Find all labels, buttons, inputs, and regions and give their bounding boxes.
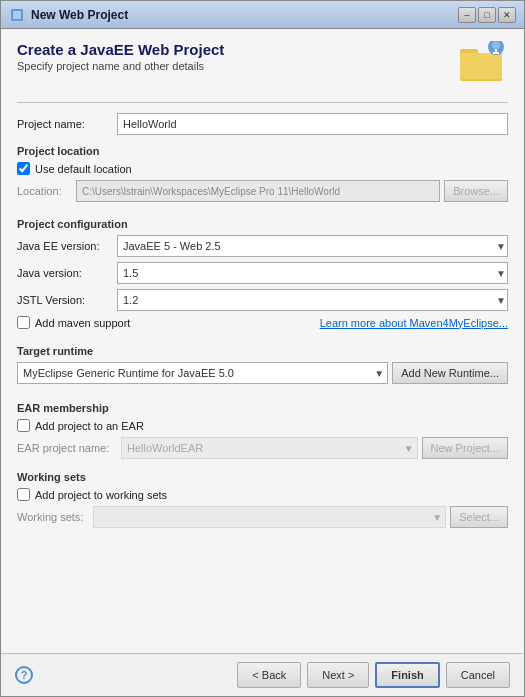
use-default-location-label[interactable]: Use default location	[35, 163, 132, 175]
maven-row: Add maven support Learn more about Maven…	[17, 316, 508, 329]
java-version-label: Java version:	[17, 267, 117, 279]
ear-name-row: EAR project name: HelloWorldEAR ▼ New Pr…	[17, 437, 508, 459]
config-grid: Java EE version: JavaEE 5 - Web 2.5 ▼ Ja…	[17, 235, 508, 311]
bottom-buttons: < Back Next > Finish Cancel	[237, 662, 510, 688]
use-default-location-checkbox[interactable]	[17, 162, 30, 175]
target-runtime-title: Target runtime	[17, 345, 508, 357]
browse-button[interactable]: Browse...	[444, 180, 508, 202]
dialog-title: Create a JavaEE Web Project	[17, 41, 224, 58]
location-label: Location:	[17, 185, 72, 197]
jstl-version-select[interactable]: 1.2	[117, 289, 508, 311]
project-name-input[interactable]	[117, 113, 508, 135]
project-location-title: Project location	[17, 145, 508, 157]
ear-project-label: EAR project name:	[17, 442, 117, 454]
project-location-section: Project location Use default location Lo…	[17, 141, 508, 206]
project-name-label: Project name:	[17, 118, 117, 130]
location-row: Location: Browse...	[17, 180, 508, 202]
maven-link[interactable]: Learn more about Maven4MyEclipse...	[320, 317, 508, 329]
svg-rect-1	[13, 11, 21, 19]
project-configuration-title: Project configuration	[17, 218, 508, 230]
header-section: Create a JavaEE Web Project Specify proj…	[17, 41, 508, 86]
java-version-select[interactable]: 1.5	[117, 262, 508, 284]
add-to-ear-checkbox[interactable]	[17, 419, 30, 432]
runtime-select[interactable]: MyEclipse Generic Runtime for JavaEE 5.0	[17, 362, 388, 384]
svg-point-6	[492, 41, 500, 49]
ear-membership-section: EAR membership Add project to an EAR EAR…	[17, 398, 508, 459]
select-working-sets-button[interactable]: Select...	[450, 506, 508, 528]
ear-project-select: HelloWorldEAR	[121, 437, 418, 459]
back-button[interactable]: < Back	[237, 662, 301, 688]
new-ear-project-button[interactable]: New Project...	[422, 437, 508, 459]
maximize-button[interactable]: □	[478, 7, 496, 23]
close-button[interactable]: ✕	[498, 7, 516, 23]
working-sets-label: Working sets:	[17, 511, 89, 523]
ear-membership-title: EAR membership	[17, 402, 508, 414]
dialog-subtitle: Specify project name and other details	[17, 60, 224, 72]
runtime-select-wrapper: MyEclipse Generic Runtime for JavaEE 5.0…	[17, 362, 388, 384]
add-to-ear-label[interactable]: Add project to an EAR	[35, 420, 144, 432]
title-bar: New Web Project – □ ✕	[1, 1, 524, 29]
window-controls: – □ ✕	[458, 7, 516, 23]
java-ee-select[interactable]: JavaEE 5 - Web 2.5	[117, 235, 508, 257]
cancel-button[interactable]: Cancel	[446, 662, 510, 688]
bottom-bar: ? < Back Next > Finish Cancel	[1, 653, 524, 696]
add-to-ear-row: Add project to an EAR	[17, 419, 508, 432]
project-name-row: Project name:	[17, 113, 508, 135]
runtime-row: MyEclipse Generic Runtime for JavaEE 5.0…	[17, 362, 508, 384]
target-runtime-section: Target runtime MyEclipse Generic Runtime…	[17, 341, 508, 390]
working-sets-section: Working sets Add project to working sets…	[17, 467, 508, 528]
add-to-working-sets-label[interactable]: Add project to working sets	[35, 489, 167, 501]
header-separator	[17, 102, 508, 103]
minimize-button[interactable]: –	[458, 7, 476, 23]
window-title: New Web Project	[31, 8, 128, 22]
next-button[interactable]: Next >	[307, 662, 369, 688]
add-to-working-sets-checkbox[interactable]	[17, 488, 30, 501]
header-icon	[458, 41, 508, 86]
working-sets-title: Working sets	[17, 471, 508, 483]
maven-support-checkbox[interactable]	[17, 316, 30, 329]
jstl-version-select-wrapper: 1.2 ▼	[117, 289, 508, 311]
java-version-select-wrapper: 1.5 ▼	[117, 262, 508, 284]
header-text: Create a JavaEE Web Project Specify proj…	[17, 41, 224, 72]
bottom-left: ?	[15, 666, 33, 684]
use-default-location-row: Use default location	[17, 162, 508, 175]
ear-select-wrapper: HelloWorldEAR ▼	[121, 437, 418, 459]
jstl-version-label: JSTL Version:	[17, 294, 117, 306]
finish-button[interactable]: Finish	[375, 662, 439, 688]
java-ee-select-wrapper: JavaEE 5 - Web 2.5 ▼	[117, 235, 508, 257]
working-sets-select	[93, 506, 446, 528]
add-runtime-button[interactable]: Add New Runtime...	[392, 362, 508, 384]
location-input	[76, 180, 440, 202]
project-configuration-section: Project configuration Java EE version: J…	[17, 214, 508, 333]
add-to-ws-row: Add project to working sets	[17, 488, 508, 501]
help-button[interactable]: ?	[15, 666, 33, 684]
maven-support-label[interactable]: Add maven support	[35, 317, 130, 329]
ws-select-wrapper: ▼	[93, 506, 446, 528]
java-ee-label: Java EE version:	[17, 240, 117, 252]
window-icon	[9, 7, 25, 23]
svg-rect-4	[460, 53, 502, 79]
dialog-content: Create a JavaEE Web Project Specify proj…	[1, 29, 524, 653]
working-sets-row: Working sets: ▼ Select...	[17, 506, 508, 528]
main-window: New Web Project – □ ✕ Create a JavaEE We…	[0, 0, 525, 697]
